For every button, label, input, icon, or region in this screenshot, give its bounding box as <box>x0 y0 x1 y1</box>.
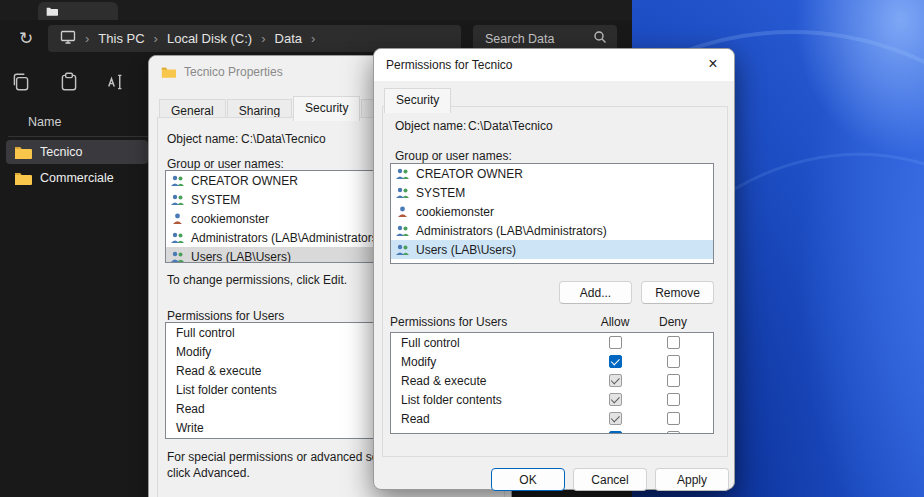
group-item[interactable]: cookiemonster <box>391 202 713 221</box>
group-item[interactable]: Administrators (LAB\Administrators) <box>391 221 713 240</box>
close-icon[interactable]: × <box>692 49 734 79</box>
folder-name: Tecnico <box>40 145 82 159</box>
explorer-tab[interactable] <box>38 2 118 20</box>
deny-checkbox[interactable] <box>667 412 680 425</box>
remove-button[interactable]: Remove <box>641 281 714 304</box>
allow-column-header: Allow <box>593 315 637 329</box>
permission-name: Full control <box>176 326 235 340</box>
tab-security[interactable]: Security <box>384 88 451 113</box>
group-item-label: Users (LAB\Users) <box>416 243 516 257</box>
permission-name: Modify <box>401 355 436 369</box>
user-icon <box>170 213 185 225</box>
group-icon <box>170 194 185 206</box>
permission-row: Full control <box>391 333 713 352</box>
permission-name: List folder contents <box>401 393 502 407</box>
permissions-list: Full control Modify Read & execute List … <box>390 332 714 434</box>
search-placeholder: Search Data <box>485 32 593 46</box>
groups-label: Group or user names: <box>395 149 512 163</box>
chevron-icon: › <box>85 31 89 46</box>
deny-checkbox[interactable] <box>667 355 680 368</box>
paste-icon[interactable] <box>58 71 80 97</box>
permission-name: Read <box>176 402 205 416</box>
permission-row: Read & execute <box>391 371 713 390</box>
group-item-label: cookiemonster <box>416 205 494 219</box>
permission-row: Modify <box>391 352 713 371</box>
column-header-name[interactable]: Name <box>28 115 61 129</box>
deny-checkbox[interactable] <box>667 336 680 349</box>
breadcrumb-local-disk[interactable]: Local Disk (C:) <box>167 31 252 46</box>
group-icon <box>395 244 410 256</box>
group-item-label: Administrators (LAB\Administrators) <box>416 224 607 238</box>
allow-checkbox[interactable] <box>609 431 622 434</box>
permission-row: List folder contents <box>391 390 713 409</box>
group-item-label: SYSTEM <box>416 186 465 200</box>
add-button[interactable]: Add... <box>559 281 632 304</box>
permissions-tabs: Security <box>384 88 452 113</box>
permission-row: Read <box>391 409 713 428</box>
permission-name: Read <box>401 412 430 426</box>
deny-checkbox[interactable] <box>667 431 680 434</box>
permission-name: List folder contents <box>176 383 277 397</box>
permission-row-clipped: Write <box>391 428 713 434</box>
permission-name: Full control <box>401 336 460 350</box>
refresh-icon[interactable]: ↻ <box>12 24 40 52</box>
permissions-dialog: Permissions for Tecnico × Security Objec… <box>373 48 735 490</box>
folder-icon <box>14 171 32 185</box>
breadcrumb-this-pc[interactable]: This PC <box>98 31 144 46</box>
object-name-label: Object name: <box>395 119 466 133</box>
folder-row-commerciale[interactable]: Commerciale <box>6 166 148 190</box>
rename-icon[interactable] <box>106 71 128 97</box>
groups-list: CREATOR OWNER SYSTEM cookiemonster Admin… <box>390 163 714 264</box>
dialog-title: Tecnico Properties <box>184 65 283 79</box>
apply-button[interactable]: Apply <box>655 468 729 491</box>
group-item[interactable]: SYSTEM <box>391 183 713 202</box>
group-icon <box>395 168 410 180</box>
chevron-icon: › <box>311 31 315 46</box>
allow-checkbox[interactable] <box>609 355 622 368</box>
deny-checkbox[interactable] <box>667 374 680 387</box>
allow-checkbox[interactable] <box>609 336 622 349</box>
permissions-for-label: Permissions for Users <box>167 309 284 323</box>
permission-name: Write <box>176 421 204 435</box>
copy-icon[interactable] <box>10 71 32 97</box>
explorer-tab-strip <box>0 0 632 20</box>
allow-checkbox[interactable] <box>609 412 622 425</box>
group-item-label: Administrators (LAB\Administrators) <box>191 231 382 245</box>
group-item-label: CREATOR OWNER <box>191 174 298 188</box>
dialog-title: Permissions for Tecnico <box>386 58 513 72</box>
permission-name: Read & execute <box>176 364 261 378</box>
permission-name: Modify <box>176 345 211 359</box>
edit-hint: To change permissions, click Edit. <box>167 273 347 287</box>
folder-icon <box>14 145 32 159</box>
ok-button[interactable]: OK <box>491 468 565 491</box>
object-name-value: C:\Data\Tecnico <box>241 132 326 146</box>
permissions-titlebar[interactable]: Permissions for Tecnico <box>374 49 734 81</box>
breadcrumb-data[interactable]: Data <box>275 31 302 46</box>
user-icon <box>395 206 410 218</box>
cancel-button[interactable]: Cancel <box>573 468 647 491</box>
permission-name: Write <box>401 431 429 435</box>
folder-row-tecnico[interactable]: Tecnico <box>6 140 148 164</box>
group-item-selected[interactable]: Users (LAB\Users) <box>391 240 713 259</box>
groups-label: Group or user names: <box>167 157 284 171</box>
group-icon <box>170 232 185 244</box>
group-icon <box>170 251 185 263</box>
deny-column-header: Deny <box>651 315 695 329</box>
this-pc-icon <box>60 29 76 48</box>
permission-name: Read & execute <box>401 374 486 388</box>
deny-checkbox[interactable] <box>667 393 680 406</box>
chevron-icon: › <box>154 31 158 46</box>
chevron-icon: › <box>261 31 265 46</box>
search-icon <box>593 30 607 47</box>
folder-icon <box>46 6 58 16</box>
group-item[interactable]: CREATOR OWNER <box>391 164 713 183</box>
group-item-label: SYSTEM <box>191 193 240 207</box>
divider <box>8 136 148 137</box>
allow-checkbox[interactable] <box>609 374 622 387</box>
allow-checkbox[interactable] <box>609 393 622 406</box>
screen: ↻ › This PC › Local Disk (C:) › Data › S… <box>0 0 924 497</box>
group-item-label: Users (LAB\Users) <box>191 250 291 264</box>
tab-security[interactable]: Security <box>293 96 360 121</box>
folder-name: Commerciale <box>40 171 114 185</box>
group-icon <box>395 225 410 237</box>
